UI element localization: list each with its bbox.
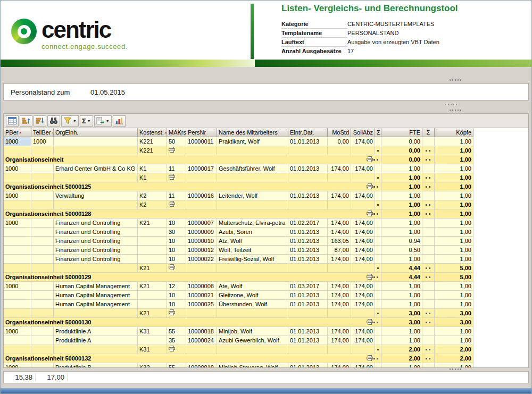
cell-kostenst[interactable]: K221 [138,137,167,146]
grid-row-data[interactable]: Human Capital Management1010000021Gleitz… [4,291,473,300]
cell-kostenst[interactable] [138,237,167,246]
cell-pber[interactable] [4,200,31,209]
cell-sollabz[interactable] [351,309,375,318]
sort-descending-button[interactable] [34,115,46,127]
cell-orgeinh[interactable]: Produktlinie A [54,336,138,345]
cell-koepfe[interactable]: 1,00 [435,255,473,264]
cell-koepfe[interactable]: 1,00 [435,219,473,228]
cell-sum1[interactable] [375,237,381,246]
column-header-sollabz[interactable]: SollAbz [351,128,375,137]
cell-fte[interactable]: 1,00 [381,327,422,336]
cell-sum1[interactable] [375,363,381,367]
cell-makrs[interactable]: 10 [167,300,186,309]
cell-mostd[interactable]: 163,05 [328,237,351,246]
column-header-koepfe[interactable]: Köpfe [435,128,473,137]
drilldown-icon[interactable] [367,156,373,164]
cell-teilber[interactable] [31,363,54,367]
cell-persnr[interactable]: 10000007 [186,219,217,228]
cell-teilber[interactable]: 1000 [31,137,54,146]
cell-makrs[interactable] [167,173,186,182]
column-header-eintrdat[interactable]: Eintr.Dat. [288,128,328,137]
grid-row-data[interactable]: Finanzen und Controlling1010000012Wolf, … [4,246,473,255]
cell-persnr[interactable] [186,345,217,354]
cell-mostd[interactable]: 174,00 [328,327,351,336]
cell-kostenst[interactable] [138,228,167,237]
grid-row-data[interactable]: 1000Produktlinie AK315510000018Minijob, … [4,327,473,336]
grid-row-data[interactable]: 1000Finanzen und ControllingK21101000000… [4,219,473,228]
cell-orgeinh[interactable]: Human Capital Management [54,300,138,309]
cell-fte[interactable]: 1,00 [381,228,422,237]
grid-row-subtotal[interactable]: K214,445,00 [4,264,473,273]
cell-fte[interactable]: 0,94 [381,237,422,246]
cell-koepfe[interactable]: 1,00 [435,363,473,367]
cell-kostenst[interactable]: K21 [138,264,167,273]
cell-kostenst[interactable] [138,300,167,309]
cell-makrs[interactable]: 10 [167,219,186,228]
cell-pber[interactable] [4,291,31,300]
cell-sollabz[interactable] [351,345,375,354]
cell-sollabz[interactable]: 174,00 [351,237,375,246]
column-header-sum2[interactable]: Σ [422,128,435,137]
cell-eintrdat[interactable]: 01.01.2013 [288,137,328,146]
cell-pber[interactable] [4,336,31,345]
column-header-kostenst[interactable]: Kostenst.▲ [138,128,167,137]
splitter-bottom[interactable] [1,368,531,371]
cell-eintrdat[interactable] [288,173,328,182]
column-header-teilber[interactable]: TeilBer▲ [31,128,54,137]
splitter-grip-icon[interactable] [450,79,462,81]
cell-teilber[interactable] [31,200,54,209]
cell-koepfe[interactable]: 1,00 [435,237,473,246]
cell-eintrdat[interactable]: 01.01.2013 [288,255,328,264]
cell-pber[interactable] [4,246,31,255]
cell-orgeinh[interactable] [54,200,138,209]
cell-orgeinh[interactable]: Finanzen und Controlling [54,246,138,255]
cell-teilber[interactable] [31,191,54,200]
cell-sollabz[interactable]: 174,00 [351,228,375,237]
total-button[interactable]: Σ▼ [80,115,93,127]
drilldown-icon[interactable] [367,319,373,326]
grid-row-data[interactable]: 1000Human Capital ManagementK21121000000… [4,282,473,291]
cell-name[interactable]: Atz, Wolf [217,237,288,246]
cell-eintrdat[interactable]: 01.01.2013 [288,300,328,309]
column-header-pber[interactable]: PBer▲ [4,128,31,137]
cell-name[interactable]: Gleitzone, Wolf [217,291,288,300]
cell-sum1[interactable] [375,191,381,200]
details-view-button[interactable] [6,115,19,127]
cell-eintrdat[interactable]: 01.01.2013 [288,327,328,336]
cell-persnr[interactable]: 10000012 [186,246,217,255]
cell-name[interactable]: Wolf, Teilzeit [217,246,288,255]
cell-sum1[interactable] [375,255,381,264]
cell-teilber[interactable] [31,300,54,309]
cell-teilber[interactable] [31,219,54,228]
cell-orgeinh[interactable] [54,173,138,182]
cell-persnr[interactable]: 10000022 [186,255,217,264]
cell-fte[interactable]: 1,00 [381,255,422,264]
cell-makrs[interactable]: 10 [167,291,186,300]
cell-makrs[interactable]: 55 [167,363,186,367]
cell-teilber[interactable] [31,146,54,155]
cell-sum2[interactable] [422,255,435,264]
cell-name[interactable]: Minijob, Wolf [217,327,288,336]
cell-sollabz[interactable]: 174,00 [351,291,375,300]
cell-makrs[interactable] [167,146,186,155]
cell-orgeinh[interactable]: Verwaltung [54,191,138,200]
grid-row-data[interactable]: 1000Produktlinie BK325510000019Minijob-S… [4,363,473,367]
cell-pber[interactable]: 1000 [4,164,31,173]
cell-persnr[interactable]: 10000018 [186,327,217,336]
column-header-sum1[interactable]: Σ [375,128,381,137]
cell-teilber[interactable] [31,246,54,255]
cell-eintrdat[interactable]: 01.01.2013 [288,291,328,300]
cell-persnr[interactable]: 10000017 [186,164,217,173]
cell-eintrdat[interactable] [288,264,328,273]
cell-pber[interactable] [4,309,31,318]
cell-fte[interactable]: 1,00 [381,291,422,300]
cell-makrs[interactable]: 35 [167,336,186,345]
cell-eintrdat[interactable]: 01.01.2013 [288,363,328,367]
cell-mostd[interactable]: 174,00 [328,191,351,200]
column-header-orgeinh[interactable]: OrgEinh. [54,128,138,137]
cell-pber[interactable] [4,228,31,237]
cell-eintrdat[interactable]: 01.03.2017 [288,282,328,291]
splitter-top[interactable] [1,67,531,83]
cell-mostd[interactable]: 174,00 [328,219,351,228]
cell-sum2[interactable] [422,237,435,246]
